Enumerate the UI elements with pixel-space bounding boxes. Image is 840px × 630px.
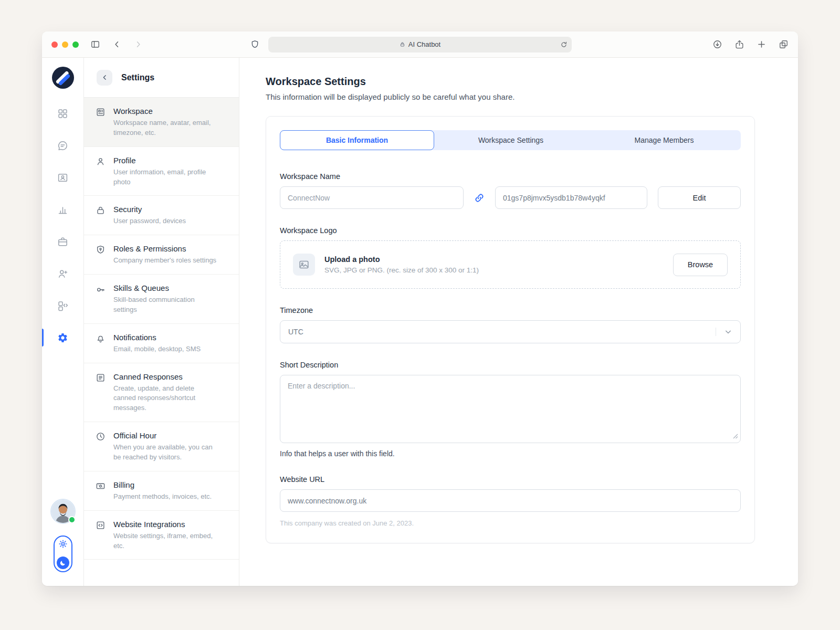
- new-tab-icon[interactable]: [757, 39, 766, 49]
- nav-item-label: Skills & Queues: [113, 284, 217, 292]
- workspace-icon: [96, 107, 106, 117]
- rail-items: [42, 103, 84, 359]
- settings-nav-item-roles-permissions[interactable]: Roles & PermissionsCompany member's role…: [84, 235, 239, 275]
- workspace-name-label: Workspace Name: [280, 172, 741, 181]
- workspace-settings-card: Basic InformationWorkspace SettingsManag…: [266, 116, 755, 543]
- rail-item-team[interactable]: [42, 263, 84, 284]
- workspace-name-group: Workspace Name Edit: [280, 172, 741, 209]
- nav-item-label: Official Hour: [113, 431, 217, 440]
- chevron-down-icon: [723, 327, 733, 337]
- rail-item-contacts[interactable]: [42, 167, 84, 188]
- description-group: Short Description Info that helps a user…: [280, 361, 741, 458]
- app-logo[interactable]: [51, 66, 75, 89]
- rail-item-conversations[interactable]: [42, 135, 84, 156]
- settings-nav-item-canned-responses[interactable]: Canned ResponsesCreate, update, and dele…: [84, 363, 239, 423]
- user-avatar[interactable]: [50, 499, 76, 524]
- sun-icon: [58, 539, 68, 549]
- edit-button[interactable]: Edit: [658, 186, 741, 209]
- description-label: Short Description: [280, 361, 741, 369]
- nav-item-label: Website Integrations: [113, 520, 217, 529]
- description-textarea[interactable]: [280, 375, 741, 443]
- settings-nav-item-notifications[interactable]: NotificationsEmail, mobile, desktop, SMS: [84, 324, 239, 363]
- canned-icon: [96, 373, 106, 383]
- tab-overview-icon[interactable]: [779, 39, 789, 49]
- settings-nav-item-workspace[interactable]: WorkspaceWorkspace name, avatar, email, …: [84, 98, 239, 147]
- sidebar-toggle-icon[interactable]: [90, 39, 100, 49]
- user-plus-icon: [57, 268, 68, 279]
- settings-panel-title: Settings: [121, 73, 154, 82]
- code-blocks-icon: [57, 300, 68, 311]
- page-subtitle: This information will be displayed publi…: [266, 92, 755, 101]
- logo-upload-dropzone[interactable]: Upload a photo SVG, JPG or PNG. (rec. si…: [280, 240, 741, 289]
- resize-handle[interactable]: [733, 434, 738, 439]
- nav-item-description: Company member's roles settings: [113, 256, 216, 266]
- settings-nav-item-official-hour[interactable]: Official HourWhen you are available, you…: [84, 422, 239, 471]
- workspace-id-input[interactable]: [495, 186, 647, 209]
- nav-item-description: Skill-based communication settings: [113, 295, 217, 315]
- nav-item-label: Workspace: [113, 107, 217, 116]
- bell-icon: [96, 333, 106, 343]
- settings-nav-item-website-integrations[interactable]: Website IntegrationsWebsite settings, if…: [84, 511, 239, 560]
- nav-item-label: Notifications: [113, 333, 201, 342]
- roles-icon: [96, 245, 106, 255]
- tab-workspace-settings[interactable]: Workspace Settings: [434, 130, 587, 150]
- settings-nav-item-billing[interactable]: BillingPayment methods, invoices, etc.: [84, 471, 239, 511]
- rail-item-settings[interactable]: [42, 327, 84, 348]
- rail-item-organization[interactable]: [42, 231, 84, 252]
- nav-item-description: Email, mobile, desktop, SMS: [113, 344, 201, 354]
- settings-nav-item-skills-queues[interactable]: Skills & QueuesSkill-based communication…: [84, 275, 239, 324]
- maximize-button[interactable]: [72, 41, 79, 48]
- reload-icon[interactable]: [560, 41, 568, 48]
- settings-panel: Settings WorkspaceWorkspace name, avatar…: [84, 58, 239, 586]
- gear-icon: [57, 332, 68, 343]
- timezone-select[interactable]: UTC: [280, 320, 741, 343]
- image-upload-icon: [293, 254, 315, 276]
- dashboard-grid-icon: [57, 108, 68, 119]
- key-icon: [96, 284, 106, 294]
- toolbar-actions: [712, 39, 789, 49]
- lock-icon: [400, 41, 405, 47]
- website-url-input[interactable]: [280, 489, 741, 512]
- workspace-name-input[interactable]: [280, 186, 464, 209]
- upload-text: Upload a photo SVG, JPG or PNG. (rec. si…: [324, 255, 479, 274]
- privacy-shield-icon[interactable]: [250, 39, 260, 49]
- close-button[interactable]: [51, 41, 58, 48]
- settings-back-button[interactable]: [97, 70, 112, 86]
- workspace-logo-label: Workspace Logo: [280, 226, 741, 235]
- minimize-button[interactable]: [62, 41, 68, 48]
- theme-toggle[interactable]: [54, 536, 72, 572]
- forward-button[interactable]: [133, 39, 143, 49]
- integrations-icon: [96, 520, 106, 530]
- rail-item-analytics[interactable]: [42, 199, 84, 220]
- settings-nav-item-security[interactable]: SecurityUser password, devices: [84, 196, 239, 235]
- settings-panel-header: Settings: [84, 58, 239, 98]
- share-icon[interactable]: [734, 39, 744, 49]
- rail-item-dashboard[interactable]: [42, 103, 84, 124]
- nav-item-description: User information, email, profile photo: [113, 167, 217, 187]
- browse-button[interactable]: Browse: [673, 254, 728, 276]
- main-content: Workspace Settings This information will…: [239, 58, 798, 586]
- address-bar[interactable]: AI Chatbot: [268, 37, 572, 52]
- settings-nav-list: WorkspaceWorkspace name, avatar, email, …: [84, 98, 239, 586]
- chat-icon: [57, 140, 68, 151]
- rail-item-integrations[interactable]: [42, 295, 84, 316]
- nav-item-label: Canned Responses: [113, 372, 217, 381]
- timezone-value: UTC: [288, 328, 303, 336]
- back-button[interactable]: [112, 39, 122, 49]
- contact-card-icon: [57, 172, 68, 183]
- app-icon-rail: [42, 58, 84, 586]
- security-icon: [96, 205, 106, 215]
- website-url-group: Website URL This company was created on …: [280, 475, 741, 527]
- tab-basic-information[interactable]: Basic Information: [280, 130, 434, 150]
- nav-item-description: Create, update, and delete canned respon…: [113, 384, 217, 414]
- settings-nav-item-profile[interactable]: ProfileUser information, email, profile …: [84, 147, 239, 196]
- nav-item-description: Website settings, iframe, embed, etc.: [113, 531, 217, 551]
- briefcase-icon: [57, 236, 68, 247]
- nav-item-description: When you are available, you can be reach…: [113, 443, 217, 463]
- nav-item-description: User password, devices: [113, 216, 186, 226]
- online-status-dot: [68, 516, 76, 523]
- tab-manage-members[interactable]: Manage Members: [587, 130, 741, 150]
- nav-item-label: Security: [113, 205, 186, 214]
- upload-title: Upload a photo: [324, 255, 479, 264]
- downloads-icon[interactable]: [712, 39, 722, 49]
